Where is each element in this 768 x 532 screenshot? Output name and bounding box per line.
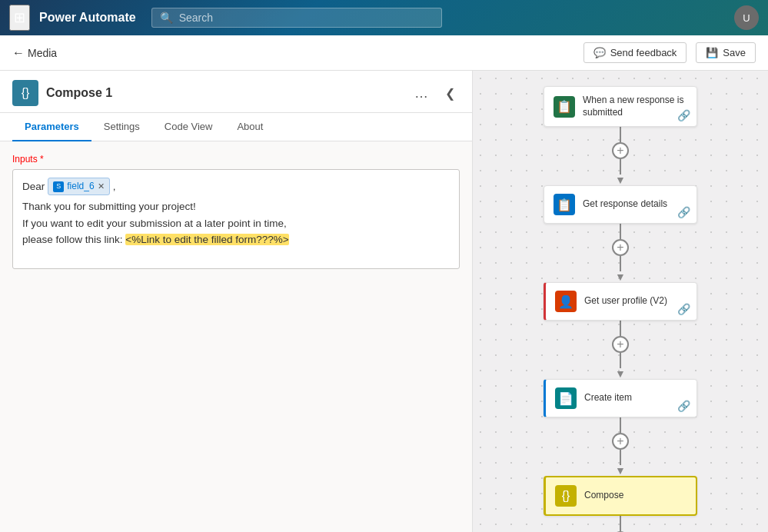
more-options-button[interactable]: … bbox=[410, 84, 433, 103]
dear-text: Dear bbox=[22, 178, 45, 195]
comma-text: , bbox=[113, 178, 116, 195]
compose-line3: If you want to edit your submission at a… bbox=[22, 215, 450, 232]
token-field6[interactable]: S field_6 ✕ bbox=[48, 178, 109, 195]
node-link-icon[interactable]: 🔗 bbox=[677, 400, 690, 412]
tab-settings[interactable]: Settings bbox=[91, 113, 152, 141]
compose-flow-icon: {} bbox=[555, 485, 577, 507]
flow-line bbox=[620, 450, 621, 465]
flow-node-get-response[interactable]: 📋 Get response details 🔗 bbox=[544, 185, 697, 224]
flow-line bbox=[620, 256, 621, 271]
back-button[interactable]: ← Media bbox=[12, 46, 57, 60]
add-step-button-4[interactable]: + bbox=[612, 433, 629, 450]
office-icon: 👤 bbox=[555, 291, 577, 312]
back-arrow-icon: ← bbox=[12, 46, 25, 60]
flow-line bbox=[620, 516, 621, 531]
compose-line4-highlight: <%Link to edit the filled form???%> bbox=[125, 234, 288, 245]
token-close-button[interactable]: ✕ bbox=[98, 180, 105, 194]
left-panel: {} Compose 1 … ❮ Parameters Settings Cod… bbox=[0, 71, 473, 532]
node-create-item-label: Create item bbox=[584, 392, 687, 404]
compose-line1: Dear S field_6 ✕ , bbox=[22, 178, 450, 195]
flow-node-compose[interactable]: {} Compose bbox=[544, 476, 697, 516]
node-compose-label: Compose bbox=[584, 490, 687, 502]
token-icon: S bbox=[53, 181, 64, 192]
inputs-label: Inputs * bbox=[12, 154, 460, 165]
topnav: ⊞ Power Automate 🔍 U bbox=[0, 0, 768, 35]
compose-icon: {} bbox=[12, 80, 38, 106]
node-get-response-label: Get response details bbox=[583, 198, 687, 211]
node-get-user-label: Get user profile (V2) bbox=[584, 295, 687, 308]
tabs-bar: Parameters Settings Code View About bbox=[0, 113, 472, 141]
send-feedback-button[interactable]: 💬 Send feedback bbox=[583, 42, 687, 63]
connector-1: + ▼ bbox=[612, 127, 629, 185]
compose-line4: please follow this link: <%Link to edit … bbox=[22, 231, 450, 248]
add-step-button-1[interactable]: + bbox=[612, 142, 629, 159]
compose-line2: Thank you for submitting your project! bbox=[22, 198, 450, 215]
flow-node-trigger[interactable]: 📋 When a new response is submitted 🔗 bbox=[544, 86, 697, 127]
panel-header: {} Compose 1 … ❮ bbox=[0, 71, 472, 113]
azure-icon: 📋 bbox=[554, 194, 575, 215]
search-input[interactable] bbox=[179, 12, 434, 24]
grid-icon[interactable]: ⊞ bbox=[9, 5, 30, 31]
flow-line bbox=[620, 417, 621, 433]
app-title: Power Automate bbox=[39, 11, 136, 25]
flow-line bbox=[620, 353, 621, 368]
flow-canvas: 📋 When a new response is submitted 🔗 + ▼… bbox=[473, 71, 768, 532]
add-step-button-2[interactable]: + bbox=[612, 239, 629, 256]
flow-line bbox=[620, 127, 621, 142]
arrow-down-icon: ▼ bbox=[615, 175, 626, 185]
node-link-icon[interactable]: 🔗 bbox=[677, 109, 690, 121]
connector-5: + ▼ bbox=[612, 516, 629, 532]
arrow-down-icon: ▼ bbox=[615, 368, 626, 379]
save-button[interactable]: 💾 Save bbox=[696, 42, 756, 63]
arrow-down-icon: ▼ bbox=[615, 271, 626, 282]
collapse-button[interactable]: ❮ bbox=[441, 85, 460, 102]
flow-line bbox=[620, 159, 621, 175]
flow-line bbox=[620, 321, 621, 336]
compose-line4-prefix: please follow this link: bbox=[22, 234, 125, 245]
add-step-button-3[interactable]: + bbox=[612, 336, 629, 353]
save-label: Save bbox=[723, 47, 746, 58]
token-label: field_6 bbox=[67, 179, 94, 194]
connector-3: + ▼ bbox=[612, 321, 629, 379]
connector-2: + ▼ bbox=[612, 224, 629, 282]
node-link-icon[interactable]: 🔗 bbox=[677, 303, 690, 315]
flow-line bbox=[620, 224, 621, 239]
arrow-down-icon: ▼ bbox=[615, 465, 626, 476]
avatar[interactable]: U bbox=[734, 5, 759, 30]
tab-about[interactable]: About bbox=[224, 113, 275, 141]
panel-body: Inputs * Dear S field_6 ✕ , Thank you fo… bbox=[0, 141, 472, 532]
tab-parameters[interactable]: Parameters bbox=[12, 113, 91, 141]
compose-input-box[interactable]: Dear S field_6 ✕ , Thank you for submitt… bbox=[12, 169, 460, 269]
main-content: {} Compose 1 … ❮ Parameters Settings Cod… bbox=[0, 71, 768, 532]
node-trigger-label: When a new response is submitted bbox=[583, 95, 687, 118]
forms-icon: 📋 bbox=[554, 96, 575, 118]
flow-node-get-user[interactable]: 👤 Get user profile (V2) 🔗 bbox=[544, 282, 697, 321]
search-icon: 🔍 bbox=[160, 12, 173, 24]
feedback-label: Send feedback bbox=[610, 47, 677, 58]
breadcrumb: Media bbox=[28, 47, 57, 59]
save-icon: 💾 bbox=[706, 47, 718, 58]
sharepoint-icon: 📄 bbox=[555, 387, 577, 409]
node-link-icon[interactable]: 🔗 bbox=[677, 206, 690, 218]
feedback-icon: 💬 bbox=[593, 47, 606, 58]
panel-title: Compose 1 bbox=[46, 86, 402, 100]
tab-code-view[interactable]: Code View bbox=[152, 113, 225, 141]
flow-node-create-item[interactable]: 📄 Create item 🔗 bbox=[544, 379, 697, 417]
connector-4: + ▼ bbox=[612, 417, 629, 476]
secondbar: ← Media 💬 Send feedback 💾 Save bbox=[0, 35, 768, 71]
search-bar[interactable]: 🔍 bbox=[151, 8, 442, 28]
